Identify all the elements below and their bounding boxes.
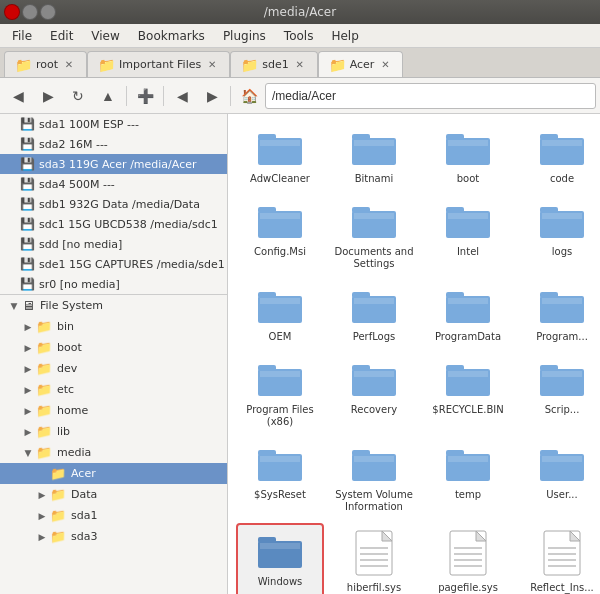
svg-rect-11 bbox=[542, 140, 582, 146]
file-item[interactable]: Program... bbox=[518, 280, 600, 349]
menu-tools[interactable]: Tools bbox=[276, 27, 322, 45]
tree-toggle-icon[interactable]: ▶ bbox=[22, 322, 34, 332]
tree-item[interactable]: ▶📁etc bbox=[0, 379, 227, 400]
drive-item[interactable]: 💾sda1 100M ESP --- bbox=[0, 114, 227, 134]
file-item[interactable]: pagefile.sys bbox=[424, 523, 512, 594]
tree-toggle-icon[interactable]: ▶ bbox=[22, 427, 34, 437]
file-item[interactable]: System Volume Information bbox=[330, 438, 418, 519]
home-button[interactable]: 🏠 bbox=[235, 82, 263, 110]
close-button[interactable] bbox=[4, 4, 20, 20]
refresh-button[interactable]: ↻ bbox=[64, 82, 92, 110]
file-item[interactable]: $SysReset bbox=[236, 438, 324, 519]
file-item[interactable]: Recovery bbox=[330, 353, 418, 434]
menu-edit[interactable]: Edit bbox=[42, 27, 81, 45]
menu-help[interactable]: Help bbox=[323, 27, 366, 45]
drive-item[interactable]: 💾sde1 15G CAPTURES /media/sde1 bbox=[0, 254, 227, 274]
tree-item[interactable]: ▶📁lib bbox=[0, 421, 227, 442]
tab-sde1-close[interactable]: ✕ bbox=[293, 58, 307, 72]
tree-item[interactable]: ▶📁bin bbox=[0, 316, 227, 337]
drive-item[interactable]: 💾sda2 16M --- bbox=[0, 134, 227, 154]
menu-bookmarks[interactable]: Bookmarks bbox=[130, 27, 213, 45]
file-item[interactable]: Reflect_Ins... bbox=[518, 523, 600, 594]
file-item[interactable]: Windows bbox=[236, 523, 324, 594]
file-item[interactable]: User... bbox=[518, 438, 600, 519]
menu-view[interactable]: View bbox=[83, 27, 127, 45]
minimize-button[interactable] bbox=[22, 4, 38, 20]
file-item[interactable]: Documents and Settings bbox=[330, 195, 418, 276]
file-item[interactable]: Bitnami bbox=[330, 122, 418, 191]
tree-toggle-icon[interactable]: ▶ bbox=[36, 511, 48, 521]
drive-item[interactable]: 💾sr0 [no media] bbox=[0, 274, 227, 294]
file-item[interactable]: Intel bbox=[424, 195, 512, 276]
tree-toggle-icon[interactable]: ▶ bbox=[22, 364, 34, 374]
tree-item[interactable]: ▶📁sda1 bbox=[0, 505, 227, 526]
file-item[interactable]: ProgramData bbox=[424, 280, 512, 349]
maximize-button[interactable] bbox=[40, 4, 56, 20]
drive-item[interactable]: 💾sda3 119G Acer /media/Acer bbox=[0, 154, 227, 174]
file-item[interactable]: boot bbox=[424, 122, 512, 191]
tab-acer-label: Acer bbox=[350, 58, 375, 71]
file-item[interactable]: AdwCleaner bbox=[236, 122, 324, 191]
tree-item[interactable]: ▶📁dev bbox=[0, 358, 227, 379]
nav-right-button[interactable]: ▶ bbox=[198, 82, 226, 110]
drive-item[interactable]: 💾sdd [no media] bbox=[0, 234, 227, 254]
tab-important-files-close[interactable]: ✕ bbox=[205, 58, 219, 72]
tree-toggle-icon[interactable]: ▶ bbox=[36, 490, 48, 500]
file-item[interactable]: temp bbox=[424, 438, 512, 519]
tab-sde1[interactable]: 📁 sde1 ✕ bbox=[230, 51, 317, 77]
tree-item[interactable]: 📁Acer bbox=[0, 463, 227, 484]
svg-rect-5 bbox=[354, 140, 394, 146]
svg-rect-14 bbox=[260, 213, 300, 219]
file-item[interactable]: Scrip... bbox=[518, 353, 600, 434]
file-item[interactable]: $RECYCLE.BIN bbox=[424, 353, 512, 434]
right-panel[interactable]: AdwCleanerBitnamibootcodeConfig.MsiDocum… bbox=[228, 114, 600, 594]
tree-item[interactable]: ▶📁boot bbox=[0, 337, 227, 358]
tree-item[interactable]: ▼📁media bbox=[0, 442, 227, 463]
file-name: Reflect_Ins... bbox=[530, 582, 594, 594]
address-bar[interactable] bbox=[265, 83, 596, 109]
drive-item[interactable]: 💾sdc1 15G UBCD538 /media/sdc1 bbox=[0, 214, 227, 234]
menu-file[interactable]: File bbox=[4, 27, 40, 45]
tab-important-files[interactable]: 📁 Important Files ✕ bbox=[87, 51, 230, 77]
tab-acer[interactable]: 📁 Acer ✕ bbox=[318, 51, 404, 77]
tree-toggle-icon[interactable]: ▶ bbox=[22, 385, 34, 395]
file-item[interactable]: PerfLogs bbox=[330, 280, 418, 349]
file-item[interactable]: Config.Msi bbox=[236, 195, 324, 276]
tab-root[interactable]: 📁 root ✕ bbox=[4, 51, 87, 77]
forward-button[interactable]: ▶ bbox=[34, 82, 62, 110]
folder-icon bbox=[256, 444, 304, 487]
new-folder-button[interactable]: ➕ bbox=[131, 82, 159, 110]
tree-item[interactable]: ▶📁sda3 bbox=[0, 526, 227, 547]
drive-item[interactable]: 💾sdb1 932G Data /media/Data bbox=[0, 194, 227, 214]
tree-item[interactable]: ▼🖥File System bbox=[0, 295, 227, 316]
tree-toggle-icon[interactable]: ▼ bbox=[22, 448, 34, 458]
file-item[interactable]: Program Files (x86) bbox=[236, 353, 324, 434]
folder-icon bbox=[444, 286, 492, 329]
svg-rect-66 bbox=[360, 553, 388, 555]
up-button[interactable]: ▲ bbox=[94, 82, 122, 110]
folder-icon bbox=[444, 128, 492, 171]
file-item[interactable]: logs bbox=[518, 195, 600, 276]
tree-toggle-icon[interactable]: ▼ bbox=[8, 301, 20, 311]
nav-left-button[interactable]: ◀ bbox=[168, 82, 196, 110]
tree-toggle-icon[interactable]: ▶ bbox=[36, 532, 48, 542]
drive-item[interactable]: 💾sda4 500M --- bbox=[0, 174, 227, 194]
file-item[interactable]: code bbox=[518, 122, 600, 191]
tree-item-label: home bbox=[57, 404, 88, 417]
svg-rect-20 bbox=[448, 213, 488, 219]
menu-plugins[interactable]: Plugins bbox=[215, 27, 274, 45]
tab-acer-close[interactable]: ✕ bbox=[378, 58, 392, 72]
tree-item[interactable]: ▶📁home bbox=[0, 400, 227, 421]
file-item[interactable]: hiberfil.sys bbox=[330, 523, 418, 594]
tab-root-close[interactable]: ✕ bbox=[62, 58, 76, 72]
left-panel: 💾sda1 100M ESP ---💾sda2 16M ---💾sda3 119… bbox=[0, 114, 228, 594]
back-button[interactable]: ◀ bbox=[4, 82, 32, 110]
tree-toggle-icon[interactable]: ▶ bbox=[22, 343, 34, 353]
window-controls[interactable] bbox=[4, 4, 56, 20]
tree-toggle-icon[interactable]: ▶ bbox=[22, 406, 34, 416]
tree-item[interactable]: ▶📁Data bbox=[0, 484, 227, 505]
file-item[interactable]: OEM bbox=[236, 280, 324, 349]
tree-folder-icon: 📁 bbox=[36, 445, 52, 460]
tree-item-label: Acer bbox=[71, 467, 96, 480]
file-name: Intel bbox=[457, 246, 479, 258]
